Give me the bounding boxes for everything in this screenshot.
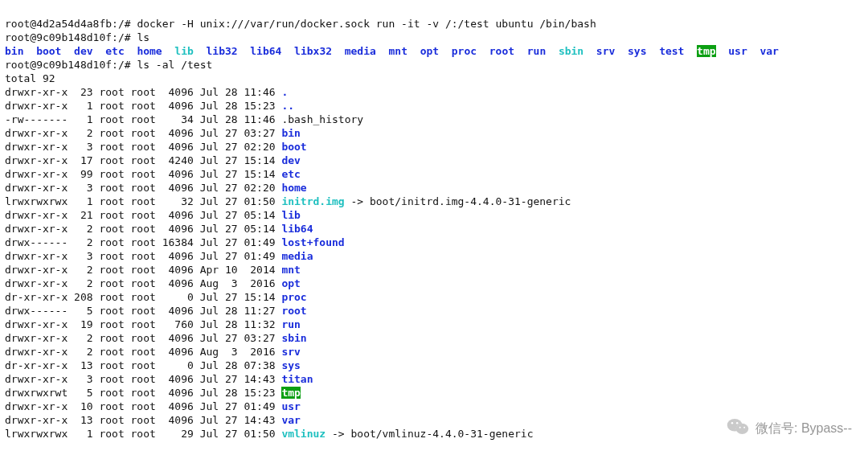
list-row: drwxr-xr-x 99 root root 4096 Jul 27 15:1… <box>5 168 301 180</box>
file-media: media <box>281 250 313 262</box>
dir-entry-dev: dev <box>74 45 92 57</box>
prompt-1: root@4d2a54d4a8fb:/# docker -H unix:///v… <box>5 18 596 30</box>
list-row: drwxr-xr-x 21 root root 4096 Jul 27 05:1… <box>5 209 301 221</box>
dir-entry-sys: sys <box>628 45 646 57</box>
list-row: drwxr-xr-x 2 root root 4096 Jul 27 03:27… <box>5 332 307 344</box>
file-srv: srv <box>281 346 300 358</box>
file-tmp: tmp <box>281 387 300 399</box>
list-row: lrwxrwxrwx 1 root root 32 Jul 27 01:50 i… <box>5 195 571 207</box>
file-.: . <box>281 86 288 98</box>
dir-entry-test: test <box>659 45 684 57</box>
file-usr: usr <box>281 400 300 412</box>
list-row: drwxr-xr-x 3 root root 4096 Jul 27 14:43… <box>5 373 313 385</box>
file-sbin: sbin <box>281 332 306 344</box>
dir-entry-sbin: sbin <box>559 45 583 57</box>
file-run: run <box>281 318 300 330</box>
ls-short-listing: bin boot dev etc home lib lib32 lib64 li… <box>5 45 779 57</box>
prompt-3: root@9c09b148d10f:/# ls -al /test <box>5 59 212 71</box>
dir-entry-bin: bin <box>5 45 23 57</box>
prompt-2: root@9c09b148d10f:/# ls <box>5 31 149 43</box>
file-titan: titan <box>281 373 313 385</box>
total-line: total 92 <box>5 72 55 84</box>
dir-entry-etc: etc <box>105 45 124 57</box>
dir-entry-srv: srv <box>596 45 615 57</box>
file-dev: dev <box>281 154 300 166</box>
dir-entry-media: media <box>345 45 376 57</box>
dir-entry-tmp: tmp <box>697 45 715 57</box>
list-row: drwx------ 2 root root 16384 Jul 27 01:4… <box>5 236 345 248</box>
list-row: dr-xr-xr-x 13 root root 0 Jul 28 07:38 s… <box>5 359 301 371</box>
dir-entry-proc: proc <box>452 45 477 57</box>
list-row: drwxr-xr-x 23 root root 4096 Jul 28 11:4… <box>5 86 288 98</box>
terminal-output: root@4d2a54d4a8fb:/# docker -H unix:///v… <box>0 0 868 444</box>
file-var: var <box>281 414 300 426</box>
list-row: lrwxrwxrwx 1 root root 29 Jul 27 01:50 v… <box>5 428 533 440</box>
file-opt: opt <box>281 277 300 289</box>
list-row: drwx------ 5 root root 4096 Jul 28 11:27… <box>5 305 307 317</box>
dir-entry-lib32: lib32 <box>207 45 238 57</box>
list-row: drwxr-xr-x 17 root root 4240 Jul 27 15:1… <box>5 154 301 166</box>
dir-entry-lib: lib <box>174 45 193 57</box>
list-row: drwxr-xr-x 1 root root 4096 Jul 28 15:23… <box>5 100 294 112</box>
list-row: drwxr-xr-x 3 root root 4096 Jul 27 02:20… <box>5 182 307 194</box>
list-row: dr-xr-xr-x 208 root root 0 Jul 27 15:14 … <box>5 291 307 303</box>
file-lib: lib <box>281 209 300 221</box>
file-root: root <box>281 305 306 317</box>
file-vmlinuz: vmlinuz <box>281 428 326 440</box>
file-mnt: mnt <box>281 264 300 276</box>
dir-entry-usr: usr <box>728 45 747 57</box>
list-row: drwxr-xr-x 2 root root 4096 Aug 3 2016 s… <box>5 346 301 358</box>
list-row: -rw------- 1 root root 34 Jul 28 11:46 .… <box>5 113 363 125</box>
file-home: home <box>281 182 306 194</box>
list-row: drwxr-xr-x 2 root root 4096 Apr 10 2014 … <box>5 264 301 276</box>
list-row: drwxr-xr-x 10 root root 4096 Jul 27 01:4… <box>5 400 301 412</box>
file-sys: sys <box>281 359 300 371</box>
list-row: drwxr-xr-x 2 root root 4096 Jul 27 03:27… <box>5 127 301 139</box>
dir-entry-mnt: mnt <box>389 45 407 57</box>
dir-entry-var: var <box>760 45 778 57</box>
list-row: drwxr-xr-x 2 root root 4096 Jul 27 05:14… <box>5 223 313 235</box>
dir-entry-root: root <box>489 45 514 57</box>
list-row: drwxr-xr-x 19 root root 760 Jul 28 11:32… <box>5 318 301 330</box>
file-etc: etc <box>281 168 300 180</box>
file-..: .. <box>281 100 294 112</box>
file-bin: bin <box>281 127 300 139</box>
list-row: drwxr-xr-x 3 root root 4096 Jul 27 02:20… <box>5 141 307 153</box>
file-.bash_history: .bash_history <box>281 113 363 125</box>
dir-entry-run: run <box>527 45 546 57</box>
file-proc: proc <box>281 291 306 303</box>
file-lib64: lib64 <box>281 223 313 235</box>
file-boot: boot <box>281 141 306 153</box>
ls-long-listing: drwxr-xr-x 23 root root 4096 Jul 28 11:4… <box>5 86 571 440</box>
file-lost+found: lost+found <box>281 236 344 248</box>
list-row: drwxr-xr-x 2 root root 4096 Aug 3 2016 o… <box>5 277 301 289</box>
dir-entry-lib64: lib64 <box>250 45 281 57</box>
list-row: drwxr-xr-x 3 root root 4096 Jul 27 01:49… <box>5 250 313 262</box>
list-row: drwxr-xr-x 13 root root 4096 Jul 27 14:4… <box>5 414 301 426</box>
file-initrd.img: initrd.img <box>281 195 344 207</box>
dir-entry-home: home <box>137 45 162 57</box>
list-row: drwxrwxrwt 5 root root 4096 Jul 28 15:23… <box>5 387 301 399</box>
dir-entry-boot: boot <box>36 45 61 57</box>
dir-entry-libx32: libx32 <box>294 45 332 57</box>
dir-entry-opt: opt <box>420 45 439 57</box>
